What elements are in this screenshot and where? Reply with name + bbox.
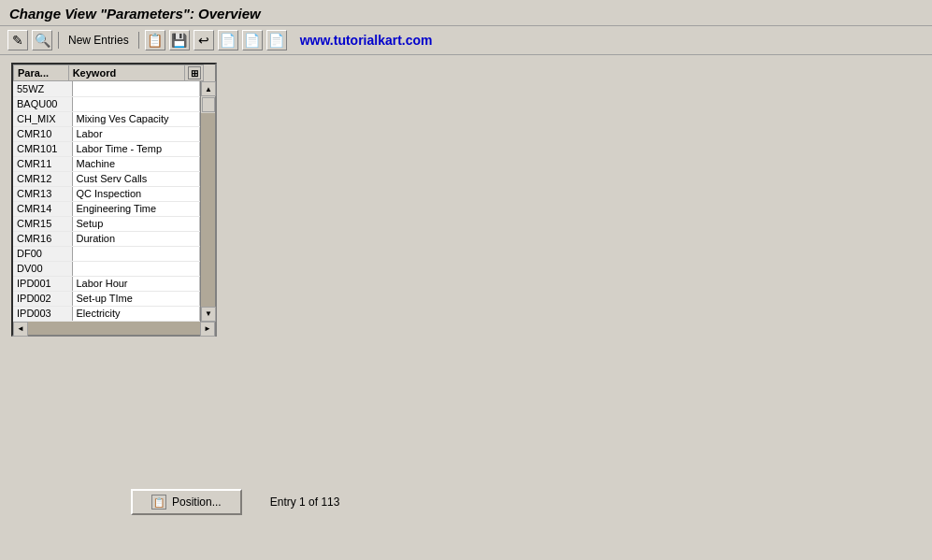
table-cell-para: IPD001 (13, 276, 72, 291)
scroll-down-btn[interactable]: ▼ (201, 307, 216, 322)
table-row[interactable]: CMR14Engineering Time (13, 201, 200, 216)
table-cell-keyword (72, 246, 200, 261)
vertical-scrollbar: ▲ ▼ (200, 81, 215, 322)
page-title: Change View "Parameters": Overview (9, 6, 923, 22)
table-cell-keyword (72, 261, 200, 276)
table-scroll-area: 55WZBAQU00CH_MIXMixing Ves CapacityCMR10… (13, 81, 200, 322)
table-cell-keyword: Labor Time - Temp (72, 141, 200, 156)
table-cell-keyword: Labor Hour (72, 276, 200, 291)
table-cell-keyword: Mixing Ves Capacity (72, 111, 200, 126)
table-row[interactable]: CMR11Machine (13, 156, 200, 171)
position-button[interactable]: 📋 Position... (131, 489, 242, 515)
table-cell-keyword: Engineering Time (72, 201, 200, 216)
toolbar-btn-doc2[interactable]: 📄 (242, 30, 263, 50)
table-row[interactable]: CMR16Duration (13, 231, 200, 246)
main-content: Para... Keyword ⊞ 55WZBAQU00CH_MIXMixing… (0, 55, 932, 344)
table-cell-para: CMR11 (13, 156, 72, 171)
table-cell-keyword: Set-up TIme (72, 291, 200, 306)
table-row[interactable]: IPD003Electricity (13, 306, 200, 321)
table-row[interactable]: IPD001Labor Hour (13, 276, 200, 291)
table-row[interactable]: DV00 (13, 261, 200, 276)
entry-info: Entry 1 of 113 (270, 495, 340, 509)
table-cell-para: CMR13 (13, 186, 72, 201)
table-cell-para: DF00 (13, 246, 72, 261)
table-row[interactable]: CH_MIXMixing Ves Capacity (13, 111, 200, 126)
table-cell-keyword: Cust Serv Calls (72, 171, 200, 186)
col-header-para: Para... (14, 65, 69, 81)
table-cell-para: IPD002 (13, 291, 72, 306)
table-row[interactable]: 55WZ (13, 81, 200, 96)
toolbar-btn-copy[interactable]: 📋 (145, 30, 165, 50)
col-header-keyword: Keyword (68, 65, 185, 81)
toolbar-btn-doc1[interactable]: 📄 (218, 30, 238, 50)
table-wrapper: Para... Keyword ⊞ 55WZBAQU00CH_MIXMixing… (11, 63, 217, 337)
table-row[interactable]: CMR10Labor (13, 126, 200, 141)
table-cell-para: 55WZ (13, 81, 72, 96)
table-row[interactable]: IPD002Set-up TIme (13, 291, 200, 306)
scroll-up-btn[interactable]: ▲ (201, 81, 216, 96)
title-bar: Change View "Parameters": Overview (0, 0, 932, 26)
data-table: 55WZBAQU00CH_MIXMixing Ves CapacityCMR10… (13, 81, 200, 322)
toolbar-btn-search[interactable]: 🔍 (32, 30, 52, 50)
table-cell-para: CMR101 (13, 141, 72, 156)
table-cell-para: CMR12 (13, 171, 72, 186)
toolbar-separator-1 (58, 32, 59, 49)
position-label: Position... (172, 495, 222, 509)
table-row[interactable]: CMR15Setup (13, 216, 200, 231)
horizontal-scrollbar: ◄ ► (11, 322, 217, 337)
table-cell-para: CH_MIX (13, 111, 72, 126)
table-row[interactable]: CMR101Labor Time - Temp (13, 141, 200, 156)
table-cell-para: BAQU00 (13, 96, 72, 111)
scroll-track (201, 113, 215, 307)
table-cell-para: CMR16 (13, 231, 72, 246)
table-cell-para: CMR10 (13, 126, 72, 141)
table-row[interactable]: DF00 (13, 246, 200, 261)
toolbar-btn-save[interactable]: 💾 (169, 30, 190, 50)
table-cell-keyword: Electricity (72, 306, 200, 321)
table-cell-keyword: QC Inspection (72, 186, 200, 201)
param-table: Para... Keyword ⊞ (13, 65, 204, 81)
new-entries-button[interactable]: New Entries (68, 34, 129, 47)
table-cell-keyword: Duration (72, 231, 200, 246)
table-cell-para: DV00 (13, 261, 72, 276)
toolbar: ✎ 🔍 New Entries 📋 💾 ↩ 📄 📄 📄 www.tutorial… (0, 26, 932, 55)
toolbar-btn-doc3[interactable]: 📄 (266, 30, 287, 50)
table-cell-para: CMR14 (13, 201, 72, 216)
h-scroll-track (28, 322, 200, 335)
position-icon: 📋 (151, 495, 166, 510)
table-cell-para: CMR15 (13, 216, 72, 231)
table-row[interactable]: BAQU00 (13, 96, 200, 111)
scroll-right-btn[interactable]: ► (200, 322, 215, 337)
table-cell-keyword (72, 96, 200, 111)
tutorial-link: www.tutorialkart.com (300, 33, 433, 48)
toolbar-btn-undo[interactable]: ↩ (194, 30, 214, 50)
table-cell-keyword (72, 81, 200, 96)
scroll-thumb (202, 97, 215, 112)
table-cell-keyword: Labor (72, 126, 200, 141)
table-cell-keyword: Setup (72, 216, 200, 231)
footer-area: 📋 Position... Entry 1 of 113 (0, 481, 932, 523)
scroll-left-btn[interactable]: ◄ (13, 322, 28, 337)
col-settings-icon[interactable]: ⊞ (185, 65, 204, 81)
toolbar-btn-edit[interactable]: ✎ (7, 30, 28, 50)
table-row[interactable]: CMR13QC Inspection (13, 186, 200, 201)
table-row[interactable]: CMR12Cust Serv Calls (13, 171, 200, 186)
table-cell-keyword: Machine (72, 156, 200, 171)
table-cell-para: IPD003 (13, 306, 72, 321)
toolbar-separator-2 (138, 32, 139, 49)
